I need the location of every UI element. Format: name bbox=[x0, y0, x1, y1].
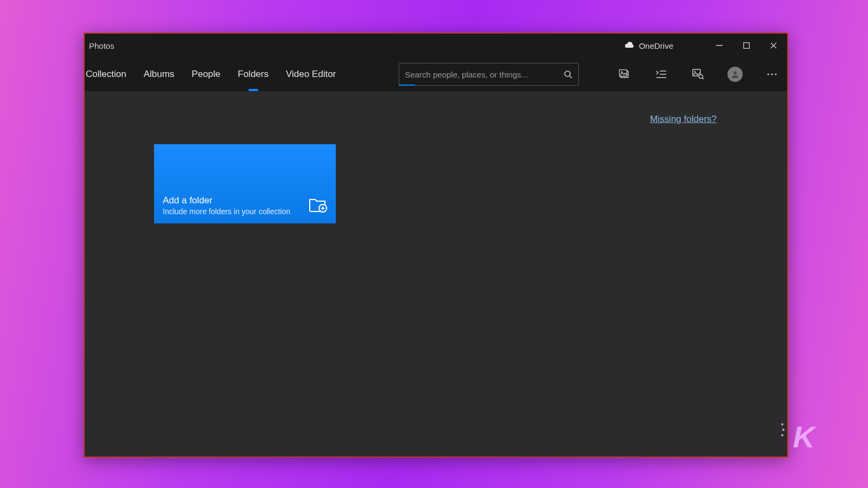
tab-collection[interactable]: Collection bbox=[85, 57, 135, 91]
watermark: ▪ ▪▪ K bbox=[793, 419, 814, 454]
onedrive-label: OneDrive bbox=[639, 41, 673, 50]
import-button[interactable] bbox=[611, 61, 637, 87]
toolbar: Collection Albums People Folders Video E… bbox=[85, 57, 787, 91]
svg-point-12 bbox=[699, 75, 703, 79]
svg-point-11 bbox=[694, 71, 695, 72]
svg-point-16 bbox=[771, 73, 773, 75]
svg-point-2 bbox=[565, 71, 570, 76]
avatar-icon bbox=[727, 67, 743, 82]
nav-tabs: Collection Albums People Folders Video E… bbox=[85, 57, 344, 91]
missing-folders-link[interactable]: Missing folders? bbox=[650, 114, 717, 125]
cloud-icon bbox=[624, 41, 635, 50]
search-icon[interactable] bbox=[558, 70, 578, 79]
search-box[interactable] bbox=[399, 63, 579, 86]
minimize-button[interactable] bbox=[706, 34, 733, 57]
app-title: Photos bbox=[88, 41, 114, 50]
add-folder-title: Add a folder bbox=[163, 195, 290, 206]
svg-rect-1 bbox=[744, 43, 750, 49]
account-button[interactable] bbox=[722, 61, 748, 87]
svg-line-13 bbox=[703, 78, 704, 80]
tab-people[interactable]: People bbox=[183, 57, 229, 91]
content-area: Missing folders? Add a folder Include mo… bbox=[85, 91, 787, 457]
folder-add-icon bbox=[309, 196, 327, 215]
search-focus-indicator bbox=[399, 85, 415, 86]
titlebar: Photos OneDrive bbox=[85, 34, 787, 57]
image-search-button[interactable] bbox=[685, 61, 711, 87]
close-button[interactable] bbox=[760, 34, 787, 57]
tab-albums[interactable]: Albums bbox=[135, 57, 183, 91]
svg-point-15 bbox=[767, 73, 769, 75]
more-button[interactable] bbox=[759, 61, 785, 87]
svg-rect-5 bbox=[620, 70, 627, 76]
tab-video-editor[interactable]: Video Editor bbox=[277, 57, 344, 91]
maximize-button[interactable] bbox=[733, 34, 760, 57]
svg-line-3 bbox=[570, 76, 572, 78]
add-folder-subtitle: Include more folders in your collection bbox=[163, 207, 290, 216]
tab-folders[interactable]: Folders bbox=[229, 57, 277, 91]
search-input[interactable] bbox=[399, 70, 558, 79]
svg-point-14 bbox=[733, 72, 737, 75]
add-folder-tile[interactable]: Add a folder Include more folders in you… bbox=[154, 144, 336, 223]
svg-rect-0 bbox=[716, 45, 723, 46]
svg-point-17 bbox=[775, 73, 776, 75]
photos-app-window: Photos OneDrive Collection Albums bbox=[84, 33, 788, 458]
select-button[interactable] bbox=[648, 61, 674, 87]
onedrive-button[interactable]: OneDrive bbox=[624, 41, 673, 50]
